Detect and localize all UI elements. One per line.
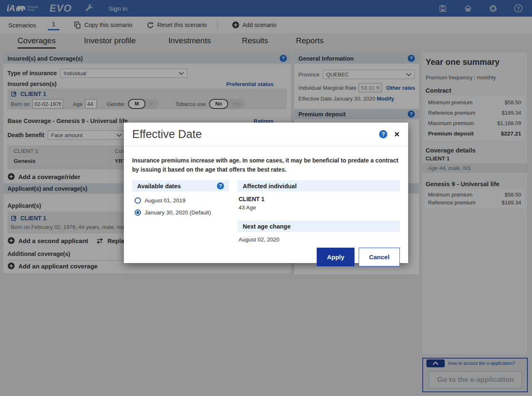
next-age-change-date: August 02, 2020: [239, 236, 400, 243]
effective-date-modal: Effective Date ? Insurance premiums incr…: [124, 123, 408, 263]
affected-client-name: CLIENT 1: [239, 196, 400, 202]
modal-help-icon[interactable]: ?: [379, 130, 387, 138]
evo-app-page: iA FinancialGroup EVO Sign in: [0, 0, 532, 396]
next-age-change-header: Next age change: [238, 221, 400, 232]
available-dates-header: Available dates ?: [132, 180, 229, 192]
radio-unselected[interactable]: [135, 197, 141, 204]
affected-client-age: 43 Age: [239, 204, 400, 211]
modal-body: Insurance premiums increase with age. In…: [124, 146, 408, 266]
affected-individual-header: Affected individual: [238, 180, 400, 192]
radio-selected[interactable]: [135, 209, 141, 216]
modal-description: Insurance premiums increase with age. In…: [132, 156, 400, 174]
available-dates-help-icon[interactable]: ?: [217, 182, 224, 189]
date-option-row[interactable]: August 01, 2019: [135, 197, 229, 204]
date-option-row[interactable]: January 30, 2020 (Default): [135, 209, 229, 216]
close-icon[interactable]: [394, 131, 400, 137]
modal-title: Effective Date: [132, 128, 202, 141]
modal-header: Effective Date ?: [124, 123, 408, 146]
cancel-button[interactable]: Cancel: [359, 248, 400, 266]
apply-button[interactable]: Apply: [317, 248, 355, 266]
